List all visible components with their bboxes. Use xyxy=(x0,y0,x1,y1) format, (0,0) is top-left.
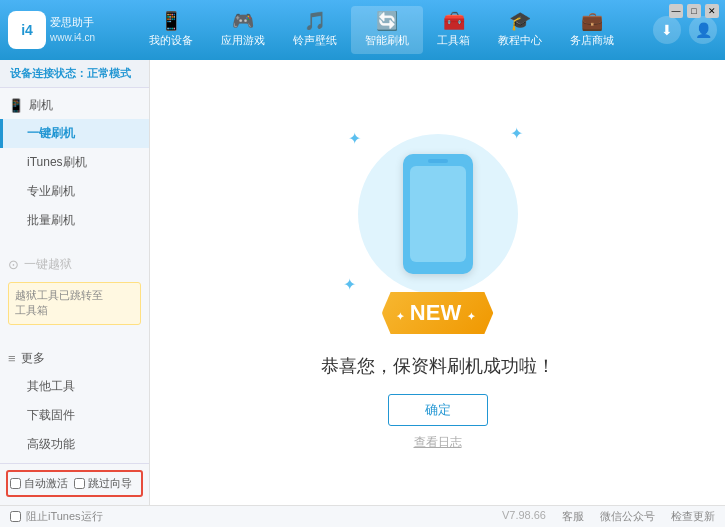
more-section: ≡ 更多 其他工具 下载固件 高级功能 xyxy=(0,341,149,463)
nav-tabs: 📱 我的设备 🎮 应用游戏 🎵 铃声壁纸 🔄 智能刷机 🧰 工具箱 🎓 xyxy=(118,6,645,54)
footer: 阻止iTunes运行 V7.98.66 客服 微信公众号 检查更新 xyxy=(0,505,725,527)
more-section-title: ≡ 更多 xyxy=(0,345,149,372)
footer-link-update[interactable]: 检查更新 xyxy=(671,509,715,524)
logo-text: 爱思助手 www.i4.cn xyxy=(50,15,95,44)
no-itunes-checkbox[interactable] xyxy=(10,511,21,522)
auto-activate-checkbox[interactable]: 自动激活 xyxy=(10,476,68,491)
tab-service[interactable]: 💼 务店商城 xyxy=(556,6,628,54)
success-graphic: ✦ ✦ ✦ ✦ NEW ✦ xyxy=(338,114,538,334)
new-badge: ✦ NEW ✦ xyxy=(382,292,494,334)
content-area: ✦ ✦ ✦ ✦ NEW ✦ 恭喜您，保资料刷机成功啦！ 确定 查看日志 xyxy=(150,60,725,505)
sidebar: 设备连接状态：正常模式 📱 刷机 一键刷机 iTunes刷机 专业刷机 批量刷机… xyxy=(0,60,150,505)
sidebar-item-download-firmware[interactable]: 下载固件 xyxy=(0,401,149,430)
phone-illustration xyxy=(403,154,473,274)
download-button[interactable]: ⬇ xyxy=(653,16,681,44)
header-right: ⬇ 👤 xyxy=(653,16,717,44)
tab-my-device[interactable]: 📱 我的设备 xyxy=(135,6,207,54)
sidebar-bottom: 自动激活 跳过向导 📱 iPhone 15 Pro Max 512GB iPho… xyxy=(0,463,149,505)
phone-notch xyxy=(428,159,448,163)
device-info: 📱 iPhone 15 Pro Max 512GB iPhone xyxy=(6,503,143,505)
footer-link-wechat[interactable]: 微信公众号 xyxy=(600,509,655,524)
success-message: 恭喜您，保资料刷机成功啦！ xyxy=(321,354,555,378)
new-badge-stars-left: ✦ xyxy=(396,311,404,322)
flash-section-title: 📱 刷机 xyxy=(0,92,149,119)
auto-options-row: 自动激活 跳过向导 xyxy=(6,470,143,497)
sparkle-icon-1: ✦ xyxy=(348,129,361,148)
footer-right: V7.98.66 客服 微信公众号 检查更新 xyxy=(502,509,715,524)
window-controls: — □ ✕ xyxy=(669,4,719,18)
view-log-link[interactable]: 查看日志 xyxy=(414,434,462,451)
sidebar-item-advanced[interactable]: 高级功能 xyxy=(0,430,149,459)
my-device-icon: 📱 xyxy=(160,12,182,30)
service-icon: 💼 xyxy=(581,12,603,30)
maximize-button[interactable]: □ xyxy=(687,4,701,18)
footer-left: 阻止iTunes运行 xyxy=(10,509,103,524)
close-button[interactable]: ✕ xyxy=(705,4,719,18)
sidebar-item-one-click-flash[interactable]: 一键刷机 xyxy=(0,119,149,148)
sparkle-icon-3: ✦ xyxy=(343,275,356,294)
main-layout: 设备连接状态：正常模式 📱 刷机 一键刷机 iTunes刷机 专业刷机 批量刷机… xyxy=(0,60,725,505)
sidebar-item-other-tools[interactable]: 其他工具 xyxy=(0,372,149,401)
jailbreak-section-title: ⊙ 一键越狱 xyxy=(0,251,149,278)
phone-screen xyxy=(410,166,466,262)
auto-activate-input[interactable] xyxy=(10,478,21,489)
tab-toolbox[interactable]: 🧰 工具箱 xyxy=(423,6,484,54)
apps-games-icon: 🎮 xyxy=(232,12,254,30)
new-badge-stars-right: ✦ xyxy=(467,311,475,322)
skip-guide-input[interactable] xyxy=(74,478,85,489)
jailbreak-warning: 越狱工具已跳转至 工具箱 xyxy=(8,282,141,325)
tab-apps-games[interactable]: 🎮 应用游戏 xyxy=(207,6,279,54)
smart-flash-icon: 🔄 xyxy=(376,12,398,30)
sidebar-item-pro-flash[interactable]: 专业刷机 xyxy=(0,177,149,206)
flash-section: 📱 刷机 一键刷机 iTunes刷机 专业刷机 批量刷机 xyxy=(0,88,149,239)
footer-link-support[interactable]: 客服 xyxy=(562,509,584,524)
sparkle-icon-2: ✦ xyxy=(510,124,523,143)
skip-guide-checkbox[interactable]: 跳过向导 xyxy=(74,476,132,491)
ringtones-icon: 🎵 xyxy=(304,12,326,30)
footer-version: V7.98.66 xyxy=(502,509,546,524)
no-itunes-label: 阻止iTunes运行 xyxy=(26,509,103,524)
flash-section-icon: 📱 xyxy=(8,98,24,113)
jailbreak-section: ⊙ 一键越狱 越狱工具已跳转至 工具箱 xyxy=(0,247,149,333)
app-logo: i4 xyxy=(8,11,46,49)
header: i4 爱思助手 www.i4.cn 📱 我的设备 🎮 应用游戏 🎵 铃声壁纸 🔄 xyxy=(0,0,725,60)
minimize-button[interactable]: — xyxy=(669,4,683,18)
tutorial-icon: 🎓 xyxy=(509,12,531,30)
tab-tutorial[interactable]: 🎓 教程中心 xyxy=(484,6,556,54)
logo-area: i4 爱思助手 www.i4.cn xyxy=(8,11,118,49)
sidebar-item-itunes-flash[interactable]: iTunes刷机 xyxy=(0,148,149,177)
tab-ringtones[interactable]: 🎵 铃声壁纸 xyxy=(279,6,351,54)
phone-circle xyxy=(358,134,518,294)
account-button[interactable]: 👤 xyxy=(689,16,717,44)
sidebar-status: 设备连接状态：正常模式 xyxy=(0,60,149,88)
jailbreak-section-icon: ⊙ xyxy=(8,257,19,272)
more-section-icon: ≡ xyxy=(8,351,16,366)
tab-smart-flash[interactable]: 🔄 智能刷机 xyxy=(351,6,423,54)
toolbox-icon: 🧰 xyxy=(443,12,465,30)
sidebar-item-batch-flash[interactable]: 批量刷机 xyxy=(0,206,149,235)
confirm-button[interactable]: 确定 xyxy=(388,394,488,426)
